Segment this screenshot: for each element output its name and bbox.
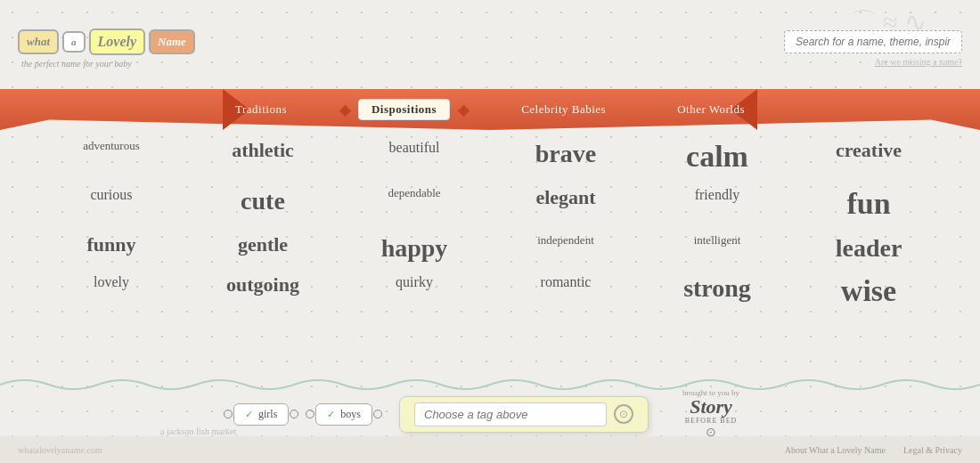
tag-funny[interactable]: funny (36, 233, 187, 264)
tag-leader[interactable]: leader (793, 233, 944, 264)
bottom-area: ✓ girls ✓ boys ⊙ brought to you by Story… (0, 365, 980, 463)
logo-subtitle: the perfect name for your baby (21, 59, 132, 69)
tag-search-box: ⊙ (399, 396, 649, 433)
search-circle-button[interactable]: ⊙ (614, 404, 633, 424)
footer-url: whatalovelyaname.com (18, 445, 102, 455)
header: what a Lovely Name the perfect name for … (0, 0, 980, 89)
tag-athletic[interactable]: athletic (187, 139, 339, 175)
logo-box: what a Lovely Name (18, 28, 195, 55)
tags-grid: adventurous athletic beautiful brave cal… (0, 139, 980, 310)
tag-calm[interactable]: calm (641, 139, 793, 175)
girls-toggle[interactable]: ✓ girls (233, 403, 289, 426)
tag-wise[interactable]: wise (793, 273, 944, 310)
tag-elegant[interactable]: elegant (490, 186, 641, 223)
tag-dependable[interactable]: dependable (339, 186, 490, 223)
tag-friendly[interactable]: friendly (641, 186, 793, 223)
boys-check-icon: ✓ (327, 409, 335, 420)
tag-creative[interactable]: creative (793, 139, 944, 175)
footer-links: About What a Lovely Name Legal & Privacy (785, 445, 962, 455)
footer-link-legal[interactable]: Legal & Privacy (903, 445, 962, 455)
tag-happy[interactable]: happy (339, 233, 490, 264)
tag-brave[interactable]: brave (490, 139, 641, 175)
story-brand-name: Story (690, 397, 732, 417)
tag-strong[interactable]: strong (641, 273, 793, 310)
logo-area: what a Lovely Name the perfect name for … (18, 28, 195, 69)
footer-bar: whatalovelyaname.com About What a Lovely… (0, 436, 980, 463)
tag-fun[interactable]: fun (793, 186, 944, 223)
footer-link-about[interactable]: About What a Lovely Name (785, 445, 886, 455)
tag-intelligent[interactable]: intelligent (641, 233, 793, 264)
nav-items: Traditions Dispositions Celebrity Babies… (235, 99, 745, 120)
tag-search-input[interactable] (414, 402, 607, 426)
nav-item-other-worlds[interactable]: Other Worlds (677, 102, 745, 117)
tag-cute[interactable]: cute (187, 186, 339, 223)
tag-quirky[interactable]: quirky (339, 273, 490, 310)
boys-label: boys (340, 408, 361, 421)
logo-lovely: Lovely (89, 28, 146, 55)
tag-adventurous[interactable]: adventurous (36, 139, 187, 175)
nav-item-traditions[interactable]: Traditions (235, 102, 287, 117)
nav-item-dispositions[interactable]: Dispositions (358, 99, 450, 120)
before-bed-label: BEFORE BED (685, 417, 738, 425)
girls-check-icon: ✓ (245, 409, 253, 420)
tag-curious[interactable]: curious (36, 186, 187, 223)
nav-item-celebrity-babies[interactable]: Celebrity Babies (521, 102, 606, 117)
tag-outgoing[interactable]: outgoing (187, 273, 339, 310)
boys-toggle[interactable]: ✓ boys (315, 403, 372, 426)
tag-independent[interactable]: independent (490, 233, 641, 264)
tag-gentle[interactable]: gentle (187, 233, 339, 264)
logo-a: a (62, 31, 86, 53)
logo-name: Name (149, 29, 195, 54)
tag-romantic[interactable]: romantic (490, 273, 641, 310)
tag-lovely[interactable]: lovely (36, 273, 187, 310)
tag-beautiful[interactable]: beautiful (339, 139, 490, 175)
decoration-swirl: ⌒ ≈ ∿ (850, 4, 927, 41)
missing-name-link[interactable]: Are we missing a name? (875, 57, 962, 67)
girls-label: girls (258, 408, 277, 421)
nav-ribbon: Traditions Dispositions Celebrity Babies… (0, 89, 980, 130)
jackson-credit: a jackson fish market (160, 426, 236, 436)
logo-what: what (18, 29, 59, 54)
